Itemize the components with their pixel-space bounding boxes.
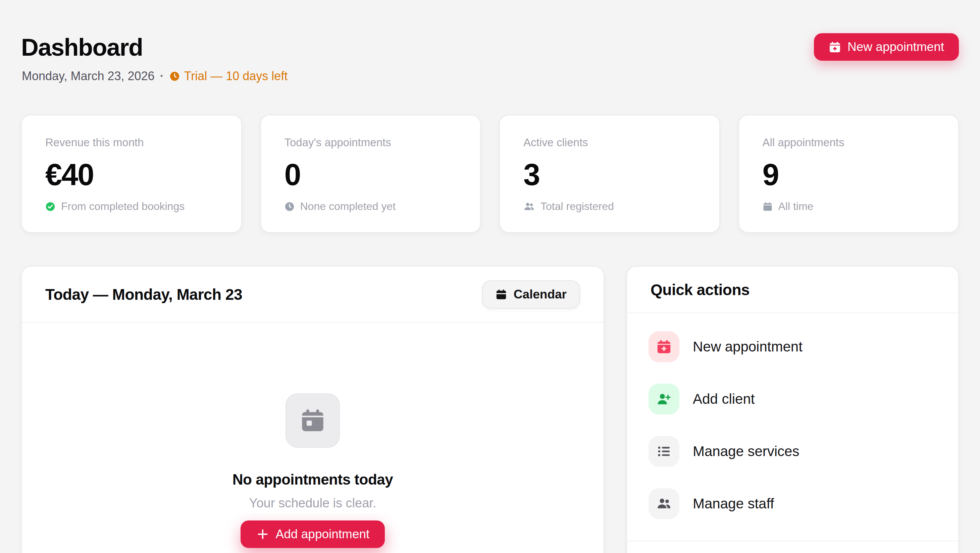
new-appointment-button[interactable]: New appointment: [814, 33, 959, 61]
stats-row: Revenue this month €40 From completed bo…: [21, 115, 959, 233]
stat-value: 3: [523, 160, 696, 190]
stat-footer: None completed yet: [285, 200, 457, 213]
empty-state-title: No appointments today: [232, 471, 393, 488]
calendar-event-icon: [300, 408, 325, 433]
quick-action-add-client[interactable]: Add client: [649, 384, 937, 415]
calendar-button-label: Calendar: [514, 288, 567, 302]
calendar-button[interactable]: Calendar: [482, 280, 580, 308]
empty-calendar-tile: [285, 393, 340, 448]
users-icon: [523, 201, 535, 212]
add-appointment-button[interactable]: Add appointment: [240, 520, 385, 548]
calendar-icon: [496, 289, 507, 300]
quick-action-label: New appointment: [693, 339, 802, 355]
quick-action-label: Manage staff: [693, 496, 774, 512]
stat-label: Active clients: [523, 136, 696, 149]
plus-icon: [256, 528, 269, 541]
calendar-icon: [763, 202, 773, 211]
page-subtitle: Monday, March 23, 2026 · Trial — 10 days…: [22, 69, 288, 83]
stat-card-all-appointments: All appointments 9 All time: [738, 115, 959, 233]
list-icon: [649, 436, 679, 467]
quick-actions-header: Quick actions: [627, 267, 958, 313]
stat-card-todays-appointments: Today's appointments 0 None completed ye…: [260, 115, 481, 233]
stat-label: Today's appointments: [285, 136, 457, 149]
stat-footer: From completed bookings: [45, 200, 218, 213]
stat-card-active-clients: Active clients 3 Total registered: [499, 115, 720, 233]
calendar-plus-icon: [829, 41, 841, 53]
dot-separator: ·: [160, 69, 164, 83]
calendar-plus-icon: [649, 331, 679, 362]
trial-badge-label: Trial — 10 days left: [184, 69, 288, 83]
stat-footer: Total registered: [523, 200, 696, 213]
dashboard-page: Dashboard Monday, March 23, 2026 · Trial…: [0, 0, 980, 553]
stat-value: 0: [285, 160, 457, 190]
main-row: Today — Monday, March 23 Calendar: [21, 266, 959, 553]
empty-state-subtitle: Your schedule is clear.: [249, 496, 376, 510]
stat-footer-label: Total registered: [541, 200, 614, 213]
stat-label: Revenue this month: [45, 136, 218, 149]
schedule-panel: Today — Monday, March 23 Calendar: [21, 266, 604, 553]
stat-card-revenue: Revenue this month €40 From completed bo…: [21, 115, 242, 233]
check-circle-icon: [45, 202, 56, 211]
new-appointment-button-label: New appointment: [848, 40, 944, 54]
stat-label: All appointments: [763, 136, 935, 149]
trial-badge: Trial — 10 days left: [169, 69, 288, 83]
add-appointment-button-label: Add appointment: [276, 527, 370, 541]
stat-footer: All time: [763, 200, 935, 213]
stat-footer-label: From completed bookings: [61, 200, 185, 213]
quick-action-label: Add client: [693, 391, 754, 407]
stat-value: €40: [45, 160, 218, 190]
quick-action-label: Manage services: [693, 443, 799, 459]
empty-state: No appointments today Your schedule is c…: [22, 323, 604, 548]
person-plus-icon: [649, 384, 679, 415]
quick-action-new-appointment[interactable]: New appointment: [649, 331, 937, 362]
quick-actions-list: New appointment Add client: [627, 313, 958, 519]
quick-actions-title: Quick actions: [651, 281, 749, 299]
stat-footer-label: All time: [778, 200, 814, 213]
quick-actions-panel: Quick actions New appointme: [626, 266, 959, 553]
clock-icon: [285, 202, 294, 211]
schedule-panel-header: Today — Monday, March 23 Calendar: [22, 267, 604, 323]
people-icon: [649, 488, 679, 519]
stat-footer-label: None completed yet: [300, 200, 396, 213]
clock-icon: [169, 71, 180, 81]
current-date: Monday, March 23, 2026: [22, 69, 155, 83]
page-title: Dashboard: [21, 33, 143, 61]
quick-actions-divider: [627, 540, 958, 541]
quick-action-manage-staff[interactable]: Manage staff: [649, 488, 937, 519]
stat-value: 9: [763, 160, 935, 190]
schedule-title: Today — Monday, March 23: [45, 285, 242, 304]
quick-action-manage-services[interactable]: Manage services: [649, 436, 937, 467]
